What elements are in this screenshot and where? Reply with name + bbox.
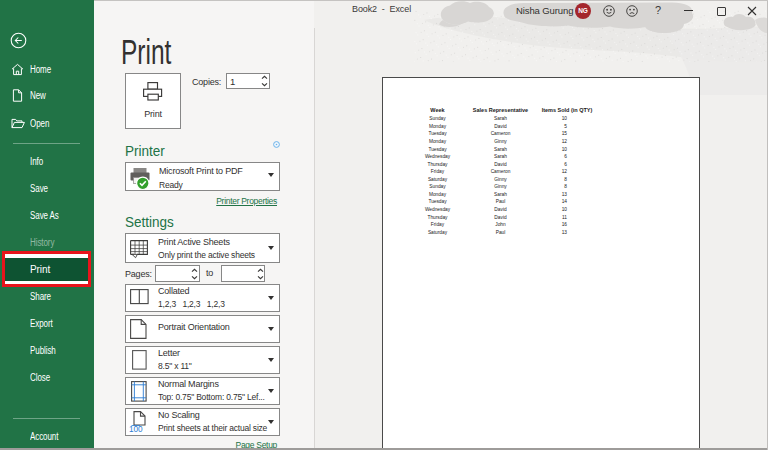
svg-text:100: 100 <box>129 425 143 434</box>
